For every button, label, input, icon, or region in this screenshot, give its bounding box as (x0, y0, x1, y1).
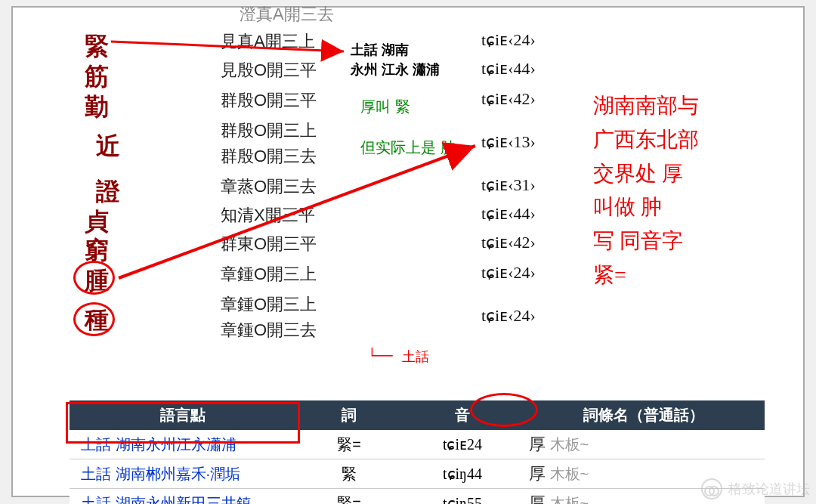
red-bracket: └── (368, 348, 393, 363)
char: 筋 (85, 60, 109, 94)
watermark: 格致论道讲坛 (701, 478, 810, 499)
red-bracket-label: 土話 (402, 348, 429, 366)
mid-row: 章鍾O開三上 (221, 263, 317, 286)
mid-row: 群殷O開三去 (221, 145, 317, 168)
highlight-rect-dialect (66, 402, 300, 444)
ipa-row: tɕiᴇ‹44› (481, 204, 536, 224)
mid-row: 章鍾O開三上 (221, 293, 317, 316)
mid-row: 群東O開三平 (221, 233, 317, 255)
ipa-row: tɕiᴇ‹44› (481, 59, 536, 79)
cell-sound: tɕiŋ44 (402, 459, 523, 489)
top-truncated: 澄真A開三去 (240, 3, 334, 26)
th-entry: 詞條名（普通話） (523, 400, 765, 430)
ipa-row: tɕiᴇ‹31› (481, 175, 536, 195)
table-row: 土話 湖南永州新田三井鎮 緊= tɕiŋ55 厚 木板~ (70, 489, 765, 505)
cell-word: 緊 (296, 459, 402, 489)
ipa-row: tɕiᴇ‹24› (481, 306, 536, 326)
mid-row: 章蒸O開三去 (221, 175, 317, 198)
ipa-row: tɕiᴇ‹42› (481, 233, 536, 252)
watermark-text: 格致论道讲坛 (728, 480, 810, 498)
rbox-line: 叫做 肿 (593, 190, 755, 224)
wechat-icon (701, 478, 722, 499)
content-area: 澄真A開三去 見真A開三上 見殷O開三平 群殷O開三平 群殷O開三上 群殷O開三… (13, 8, 803, 496)
mid-row: 見真A開三上 (221, 30, 315, 53)
cell-dialect[interactable]: 土話 湖南永州新田三井鎮 (70, 489, 296, 505)
highlight-ellipse-sound (470, 393, 538, 427)
char: 近 (96, 130, 120, 163)
cell-word: 緊= (296, 489, 402, 505)
green-anno-1: 厚叫 緊 (360, 97, 410, 117)
dialect-box-line2: 永州 江永 瀟浦 (349, 59, 441, 80)
rbox-line: 紧= (593, 258, 755, 292)
ipa-row: tɕiᴇ‹42› (481, 89, 536, 109)
mid-row: 章鍾O開三去 (221, 319, 317, 342)
char: 勤 (85, 91, 109, 124)
char: 緊 (85, 30, 109, 63)
rbox-line: 湖南南部与 (593, 89, 755, 123)
green-anno-2: 但实际上是 肿 (360, 138, 456, 158)
ipa-row: tɕiᴇ‹24› (481, 263, 536, 283)
cell-sound: tɕiŋ55 (402, 489, 523, 505)
cell-entry: 厚 木板~ (523, 430, 765, 459)
circle-zhong1 (73, 261, 115, 295)
cell-word: 緊= (296, 430, 402, 459)
circle-zhong3 (73, 302, 115, 336)
cell-sound: tɕiᴇ24 (402, 430, 523, 459)
mid-row: 知清X開三平 (221, 204, 315, 227)
dialect-box-line1: 土話 湖南 (349, 39, 410, 60)
char: 證 (96, 175, 120, 209)
rbox-line: 交界处 厚 (593, 157, 755, 191)
mid-row: 見殷O開三平 (221, 59, 317, 82)
right-explanation-box: 湖南南部与 广西东北部 交界处 厚 叫做 肿 写 同音字 紧= (587, 83, 761, 298)
ipa-row: tɕiᴇ‹13› (481, 132, 536, 152)
ipa-row: tɕiᴇ‹24› (481, 30, 536, 50)
document-frame: 澄真A開三去 見真A開三上 見殷O開三平 群殷O開三平 群殷O開三上 群殷O開三… (11, 6, 805, 497)
mid-row: 群殷O開三平 (221, 89, 317, 112)
rbox-line: 写 同音字 (593, 224, 755, 258)
th-word: 詞 (296, 400, 402, 430)
table-row: 土話 湖南郴州嘉禾·潤垢 緊 tɕiŋ44 厚 木板~ (70, 459, 765, 489)
rbox-line: 广西东北部 (593, 123, 755, 157)
cell-dialect[interactable]: 土話 湖南郴州嘉禾·潤垢 (70, 459, 296, 489)
mid-row: 群殷O開三上 (221, 119, 317, 142)
